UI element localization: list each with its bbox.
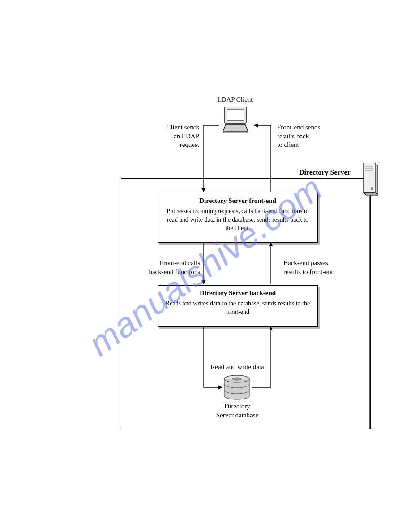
text: Front-end sends <box>277 124 320 131</box>
frontend-title: Directory Server front-end <box>158 197 317 205</box>
text: results to front-end <box>283 268 334 275</box>
ldap-client-label: LDAP Client <box>204 95 266 104</box>
svg-rect-1 <box>227 109 244 120</box>
text: Client sends <box>166 124 199 131</box>
backend-title: Directory Server back-end <box>158 289 317 297</box>
server-icon <box>362 162 379 196</box>
text: Front-end calls <box>160 259 200 266</box>
frontend-response-label: Front-end sends results back to client <box>277 123 349 150</box>
svg-rect-2 <box>223 131 248 133</box>
frontend-box: Directory Server front-end Processes inc… <box>158 193 318 243</box>
text: Server database <box>216 412 259 419</box>
svg-point-10 <box>232 378 241 380</box>
frontend-body: Processes incoming requests, calls back-… <box>164 207 312 233</box>
read-write-label: Read and write data <box>193 363 282 372</box>
svg-rect-3 <box>364 163 375 193</box>
text: Back-end passes <box>283 259 328 266</box>
text: request <box>180 141 199 148</box>
backend-body: Reads and writes data to the database, s… <box>164 300 312 317</box>
client-request-label: Client sends an LDAP request <box>143 123 199 150</box>
svg-rect-7 <box>371 187 373 190</box>
text: results back <box>277 133 309 140</box>
text: to client <box>277 141 299 148</box>
diagram-canvas: Directory Server LDAP Client Client send… <box>0 0 411 532</box>
directory-server-title: Directory Server <box>299 168 351 176</box>
text: an LDAP <box>174 133 199 140</box>
database-icon <box>223 375 251 400</box>
computer-icon <box>219 106 252 135</box>
database-label: Directory Server database <box>197 402 278 420</box>
text: back-end functions <box>149 268 200 275</box>
backend-passes-label: Back-end passes results to front-end <box>283 259 360 276</box>
frontend-calls-label: Front-end calls back-end functions <box>128 259 200 276</box>
text: Directory <box>224 403 250 410</box>
backend-box: Directory Server back-end Reads and writ… <box>158 285 318 327</box>
